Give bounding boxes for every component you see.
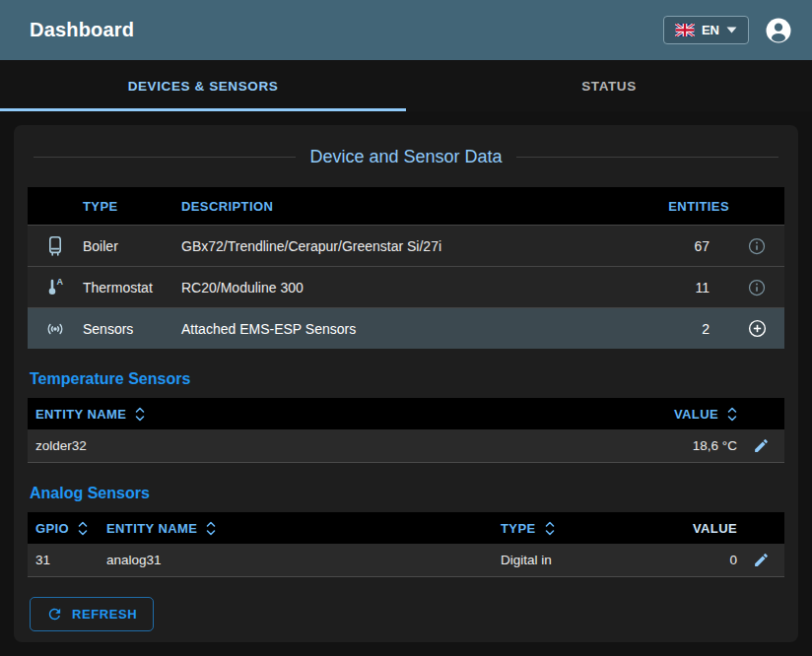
active-tab-indicator bbox=[0, 108, 406, 111]
sensors-icon bbox=[28, 317, 83, 341]
analog-sensors-heading: Analog Sensors bbox=[30, 485, 784, 502]
refresh-icon bbox=[46, 606, 63, 623]
dashboard-card: Device and Sensor Data TYPE DESCRIPTION … bbox=[14, 125, 798, 642]
device-entities: 67 bbox=[641, 238, 729, 254]
table-row-zolder32[interactable]: zolder32 18,6 °C bbox=[28, 429, 784, 463]
sort-icon[interactable] bbox=[135, 407, 145, 422]
device-description: Attached EMS-ESP Sensors bbox=[181, 321, 641, 337]
edit-icon[interactable] bbox=[737, 552, 784, 568]
col-description: DESCRIPTION bbox=[181, 199, 641, 214]
sensor-gpio: 31 bbox=[28, 553, 106, 567]
avatar-icon bbox=[764, 16, 793, 45]
col-value: VALUE bbox=[674, 407, 718, 422]
sort-icon[interactable] bbox=[545, 521, 555, 536]
uk-flag-icon bbox=[675, 24, 695, 36]
device-table-header: TYPE DESCRIPTION ENTITIES bbox=[28, 187, 784, 225]
tab-devices-sensors[interactable]: DEVICES & SENSORS bbox=[0, 60, 406, 111]
col-gpio: GPIO bbox=[35, 521, 69, 536]
page-title: Dashboard bbox=[30, 19, 134, 41]
tab-status[interactable]: STATUS bbox=[406, 60, 812, 111]
col-type: TYPE bbox=[501, 521, 536, 536]
col-type: TYPE bbox=[83, 199, 181, 214]
add-circle-icon[interactable] bbox=[729, 318, 784, 339]
temperature-sensors-table: ENTITY NAME VALUE bbox=[28, 398, 784, 463]
sort-icon[interactable] bbox=[727, 407, 737, 422]
account-button[interactable] bbox=[763, 15, 794, 46]
info-icon[interactable] bbox=[729, 278, 784, 297]
app-bar: Dashboard EN bbox=[0, 0, 812, 60]
divider-line-right bbox=[516, 157, 778, 158]
refresh-label: REFRESH bbox=[72, 607, 137, 622]
sensor-value: 0 bbox=[648, 553, 737, 567]
device-description: RC20/Moduline 300 bbox=[181, 280, 641, 295]
device-table: TYPE DESCRIPTION ENTITIES Boiler GBx72/T… bbox=[28, 187, 784, 349]
card-title-divider: Device and Sensor Data bbox=[34, 147, 778, 167]
main-content: Device and Sensor Data TYPE DESCRIPTION … bbox=[0, 111, 812, 656]
device-type: Boiler bbox=[83, 238, 181, 254]
divider-line-left bbox=[34, 157, 296, 158]
device-type: Sensors bbox=[83, 321, 181, 337]
language-label: EN bbox=[702, 23, 719, 37]
table-row-analog31[interactable]: 31 analog31 Digital in 0 bbox=[28, 544, 784, 577]
chevron-down-icon bbox=[726, 27, 737, 33]
device-entities: 11 bbox=[641, 280, 729, 295]
analog-table-header: GPIO ENTITY NAME T bbox=[28, 512, 784, 544]
table-row-boiler[interactable]: Boiler GBx72/Trendline/Cerapur/Greenstar… bbox=[28, 225, 784, 266]
tab-bar: DEVICES & SENSORS STATUS bbox=[0, 60, 812, 111]
col-entity-name: ENTITY NAME bbox=[106, 521, 197, 536]
sort-icon[interactable] bbox=[206, 521, 216, 536]
col-entity-name: ENTITY NAME bbox=[35, 407, 126, 422]
col-entities: ENTITIES bbox=[641, 199, 729, 214]
thermostat-icon: A bbox=[28, 276, 83, 299]
thermostat-auto-label: A bbox=[56, 277, 63, 287]
info-icon[interactable] bbox=[729, 236, 784, 256]
edit-icon[interactable] bbox=[737, 437, 784, 454]
device-description: GBx72/Trendline/Cerapur/Greenstar Si/27i bbox=[181, 238, 641, 254]
table-row-sensors[interactable]: Sensors Attached EMS-ESP Sensors 2 bbox=[28, 307, 784, 349]
device-type: Thermostat bbox=[83, 280, 181, 295]
device-entities: 2 bbox=[641, 321, 729, 337]
sensor-value: 18,6 °C bbox=[619, 438, 737, 453]
language-selector[interactable]: EN bbox=[663, 16, 749, 44]
temperature-sensors-heading: Temperature Sensors bbox=[30, 370, 784, 388]
analog-sensors-table: GPIO ENTITY NAME T bbox=[28, 512, 784, 577]
col-value: VALUE bbox=[648, 521, 737, 536]
sensor-type: Digital in bbox=[501, 553, 648, 567]
sensor-entity-name: analog31 bbox=[106, 553, 501, 567]
sensor-entity-name: zolder32 bbox=[28, 438, 619, 453]
sort-icon[interactable] bbox=[78, 521, 88, 536]
table-row-thermostat[interactable]: A Thermostat RC20/Moduline 300 11 bbox=[28, 266, 784, 307]
boiler-icon bbox=[28, 234, 83, 258]
refresh-button[interactable]: REFRESH bbox=[30, 597, 154, 631]
temp-table-header: ENTITY NAME VALUE bbox=[28, 398, 784, 429]
card-title: Device and Sensor Data bbox=[309, 147, 502, 167]
